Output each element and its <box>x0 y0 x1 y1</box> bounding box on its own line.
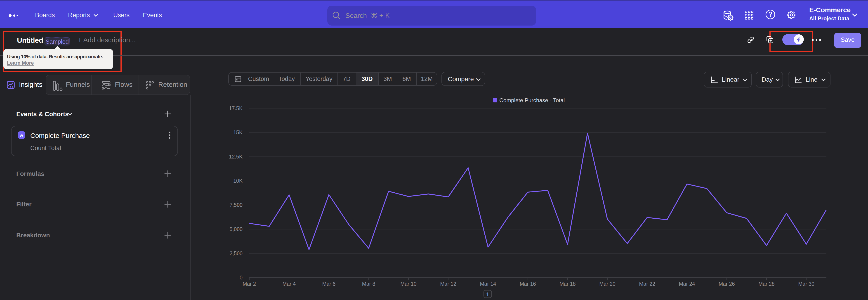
svg-text:Mar 8: Mar 8 <box>362 281 375 287</box>
svg-text:Mar 6: Mar 6 <box>322 281 336 287</box>
svg-text:0: 0 <box>240 275 243 280</box>
svg-text:Mar 20: Mar 20 <box>599 281 616 287</box>
svg-text:10K: 10K <box>233 178 243 184</box>
svg-text:Mar 24: Mar 24 <box>679 281 695 287</box>
svg-text:Mar 14: Mar 14 <box>480 281 496 287</box>
svg-text:Mar 2: Mar 2 <box>243 281 256 287</box>
svg-text:12.5K: 12.5K <box>229 154 243 160</box>
svg-text:15K: 15K <box>233 129 243 136</box>
svg-text:Mar 28: Mar 28 <box>758 281 775 287</box>
svg-text:Mar 10: Mar 10 <box>400 281 416 287</box>
svg-text:5,000: 5,000 <box>229 226 243 232</box>
svg-text:Mar 4: Mar 4 <box>283 281 296 287</box>
svg-text:17.5K: 17.5K <box>229 106 243 111</box>
svg-text:7,500: 7,500 <box>229 202 243 208</box>
svg-text:Mar 16: Mar 16 <box>520 281 536 287</box>
svg-text:Mar 18: Mar 18 <box>559 281 576 287</box>
svg-text:Mar 30: Mar 30 <box>798 281 814 287</box>
svg-text:Mar 22: Mar 22 <box>639 281 655 287</box>
svg-text:Mar 12: Mar 12 <box>440 281 456 287</box>
svg-text:Mar 26: Mar 26 <box>719 281 735 287</box>
svg-text:2,500: 2,500 <box>229 250 243 257</box>
